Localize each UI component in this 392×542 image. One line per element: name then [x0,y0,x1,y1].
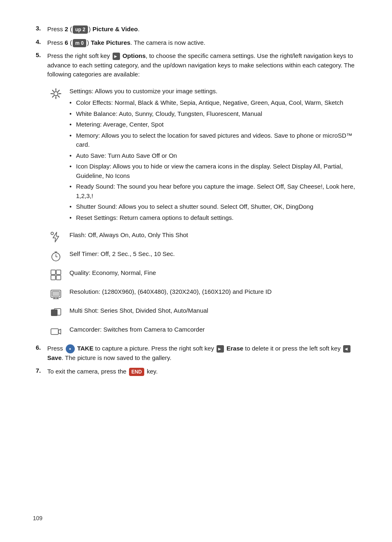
step-4-btn: m 0 [73,39,86,47]
erase-label: Erase [226,345,243,352]
take-label: TAKE [77,345,94,352]
flash-text: Flash: Off, Always On, Auto, Only This S… [69,231,356,240]
step-7-number: 7. [36,367,47,374]
step-3-key: 2 [65,25,68,32]
erase-softkey-icon [217,345,224,353]
option-timer: Self Timer: Off, 2 Sec., 5 Sec., 10 Sec. [47,249,356,262]
option-multishot: Multi Shot: Series Shot, Divided Shot, A… [47,306,356,318]
timer-icon [50,250,62,262]
step-6: 6. Press ● TAKE to capture a picture. Pr… [36,344,356,363]
svg-rect-18 [51,275,55,280]
step-4-content: Press 6 (m 0) Take Pictures. The camera … [47,38,356,48]
step-3-label: Picture & Video [92,25,138,32]
resolution-icon-container [47,287,65,300]
quality-icon [50,269,62,281]
step-6-number: 6. [36,344,47,351]
camcorder-text: Camcorder: Switches from Camera to Camco… [69,325,356,334]
camcorder-icon [50,326,62,337]
camcorder-icon-container [47,325,65,337]
svg-line-5 [52,90,54,92]
option-quality: Quality: Economy, Normal, Fine [47,268,356,281]
settings-bullet-list: Color Effects: Normal, Black & White, Se… [69,98,356,222]
svg-rect-27 [51,329,58,334]
svg-rect-19 [56,275,61,280]
step-3-btn: up 2 [73,25,88,34]
timer-icon-container [47,249,65,262]
step-4: 4. Press 6 (m 0) Take Pictures. The came… [36,38,356,48]
option-camcorder: Camcorder: Switches from Camera to Camco… [47,325,356,337]
svg-point-0 [54,92,58,96]
option-resolution: Resolution: (1280X960), (640X480), (320X… [47,287,356,300]
step-5: 5. Press the right soft key Options, to … [36,51,356,79]
quality-main-text: Quality: Economy, Normal, Fine [69,269,156,276]
step-7-content: To exit the camera, press the END key. [47,367,356,376]
options-label: Options [122,52,146,59]
step-3-content: Press 2 (up 2) Picture & Video. [47,25,356,34]
bullet-shutter-sound: Shutter Sound: Allows you to select a sh… [69,202,356,212]
bullet-white-balance: White Balance: Auto, Sunny, Cloudy, Tung… [69,109,356,119]
svg-line-7 [58,90,60,92]
step-5-number: 5. [36,51,47,58]
bullet-reset-settings: Reset Settings: Return camera options to… [69,213,356,223]
quality-icon-container [47,268,65,281]
multishot-text: Multi Shot: Series Shot, Divided Shot, A… [69,306,356,316]
multishot-icon-container [47,306,65,318]
svg-rect-16 [51,270,55,274]
save-softkey-icon [343,345,350,353]
flash-icon [50,231,62,243]
settings-text: Settings: Allows you to customize your i… [69,87,356,224]
save-label: Save [47,354,62,361]
resolution-main-text: Resolution: (1280X960), (640X480), (320X… [69,288,272,295]
right-softkey-icon [113,53,120,60]
settings-icon-container [47,87,65,100]
bullet-ready-sound: Ready Sound: The sound you hear before y… [69,182,356,201]
svg-marker-9 [53,232,59,242]
bullet-auto-save: Auto Save: Turn Auto Save Off or On [69,151,356,161]
step-6-content: Press ● TAKE to capture a picture. Press… [47,344,356,363]
svg-marker-28 [58,329,61,334]
resolution-text: Resolution: (1280X960), (640X480), (320X… [69,287,356,297]
step-4-number: 4. [36,38,47,45]
flash-main-text: Flash: Off, Always On, Auto, Only This S… [69,231,188,238]
camcorder-main-text: Camcorder: Switches from Camera to Camco… [69,326,205,333]
svg-point-10 [51,232,53,235]
settings-icon [50,88,62,100]
step-5-content: Press the right soft key Options, to cho… [47,51,356,79]
svg-line-6 [58,95,60,97]
bullet-metering: Metering: Average, Center, Spot [69,120,356,129]
step-3-number: 3. [36,25,47,32]
step-4-label: Take Pictures [91,39,130,46]
svg-rect-21 [52,291,60,296]
option-flash: Flash: Off, Always On, Auto, Only This S… [47,231,356,243]
option-settings: Settings: Allows you to customize your i… [47,87,356,224]
timer-main-text: Self Timer: Off, 2 Sec., 5 Sec., 10 Sec. [69,250,175,257]
bullet-memory: Memory: Allows you to select the locatio… [69,131,356,150]
end-btn: END [129,368,144,376]
timer-text: Self Timer: Off, 2 Sec., 5 Sec., 10 Sec. [69,249,356,259]
step-7: 7. To exit the camera, press the END key… [36,367,356,376]
resolution-icon [50,288,62,300]
bullet-color-effects: Color Effects: Normal, Black & White, Se… [69,98,356,108]
settings-main-text: Settings: Allows you to customize your i… [69,88,217,95]
take-circle-btn: ● [66,344,75,353]
page-content: 3. Press 2 (up 2) Picture & Video. 4. Pr… [36,25,356,376]
step-4-key: 6 [65,39,68,46]
page-number: 109 [33,515,42,521]
options-section: Settings: Allows you to customize your i… [47,87,356,338]
flash-icon-container [47,231,65,243]
multishot-main-text: Multi Shot: Series Shot, Divided Shot, A… [69,307,208,314]
svg-rect-17 [56,270,61,274]
quality-text: Quality: Economy, Normal, Fine [69,268,356,278]
svg-line-8 [52,95,54,97]
step-3: 3. Press 2 (up 2) Picture & Video. [36,25,356,34]
bullet-icon-display: Icon Display: Allows you to hide or view… [69,162,356,180]
multishot-icon [50,307,62,318]
